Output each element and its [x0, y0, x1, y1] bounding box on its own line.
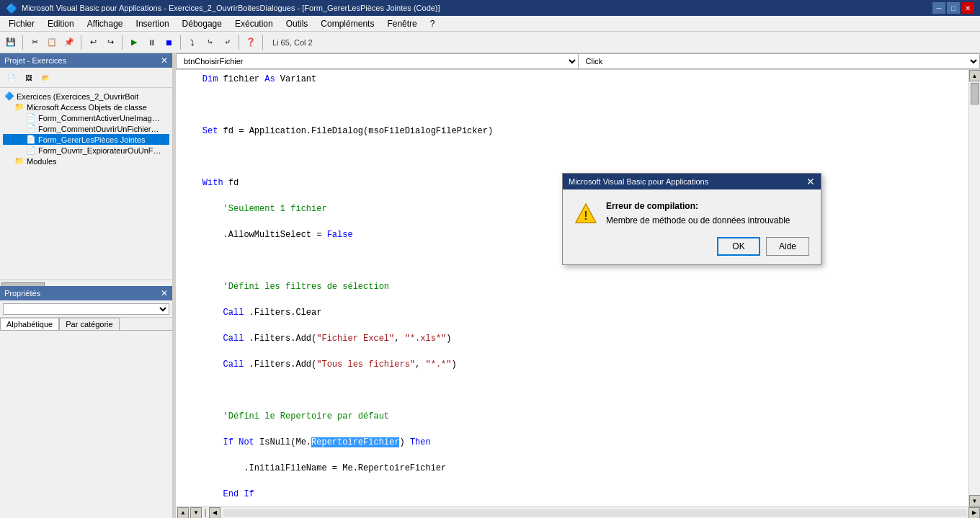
dialog-close-button[interactable]: ✕ — [806, 177, 815, 187]
dialog-title: Microsoft Visual Basic pour Applications — [569, 177, 708, 186]
svg-text:!: ! — [584, 210, 587, 222]
dialog-body: ! Erreur de compilation: Membre de métho… — [563, 189, 821, 231]
dialog-text: Erreur de compilation: Membre de méthode… — [606, 201, 809, 225]
dialog-titlebar: Microsoft Visual Basic pour Applications… — [563, 174, 821, 189]
dialog-aide-button[interactable]: Aide — [766, 237, 809, 256]
warning-icon: ! — [574, 202, 597, 225]
dialog-ok-button[interactable]: OK — [717, 237, 760, 256]
error-title: Erreur de compilation: — [606, 201, 809, 211]
dialog-buttons: OK Aide — [563, 231, 821, 264]
dialog-overlay: Microsoft Visual Basic pour Applications… — [0, 0, 980, 518]
error-dialog: Microsoft Visual Basic pour Applications… — [562, 173, 821, 265]
error-message: Membre de méthode ou de données introuva… — [606, 215, 809, 225]
